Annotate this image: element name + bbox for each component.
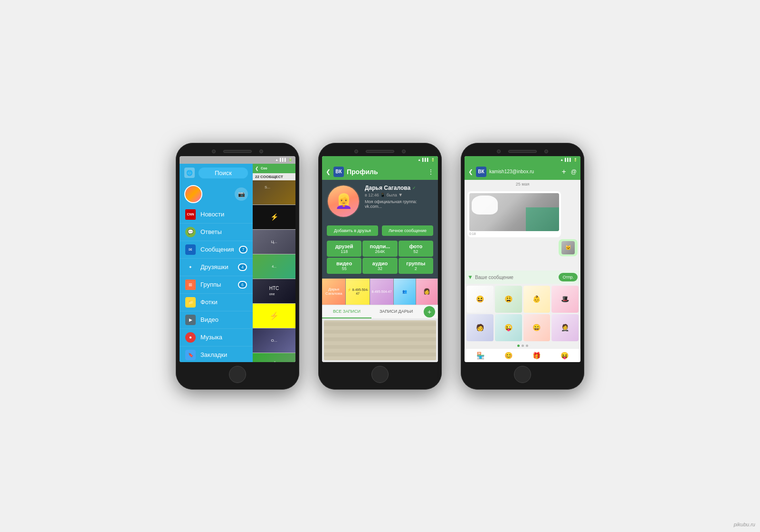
phone-1-screen: ▲ ▌▌▌ 🔋 🌐 Поиск 📷 <box>180 156 295 362</box>
add-friend-button[interactable]: Добавить в друзья <box>327 225 378 236</box>
battery-icon-2: 🔋 <box>431 158 435 162</box>
profile-avatar[interactable]: 👱‍♀️ <box>327 185 360 218</box>
signal-icon: ▌▌▌ <box>280 158 287 161</box>
bookmarks-label: Закладки <box>200 351 247 358</box>
sticker-dot-1[interactable] <box>517 345 520 347</box>
menu-item-photos[interactable]: 📁 Фотки <box>180 294 253 311</box>
side-thumb-4[interactable]: 4... <box>253 254 295 279</box>
wall-preview <box>322 318 438 362</box>
photo-4[interactable]: 👥 <box>394 279 416 305</box>
side-thumb-6[interactable]: ⚡ <box>253 304 295 328</box>
photo-5[interactable]: 👩 <box>416 279 438 305</box>
stat-subscribers[interactable]: подпи... 264K <box>362 241 397 257</box>
camera-dot-2 <box>259 149 263 153</box>
stat-subs-value: 264K <box>364 249 395 254</box>
menu-item-bookmarks[interactable]: 🔖 Закладки <box>180 346 253 362</box>
stat-groups-label: группы <box>400 261 431 266</box>
menu-item-groups[interactable]: ⊞ Группы 6 <box>180 276 253 294</box>
stat-video-label: видео <box>329 261 360 266</box>
tab-darya-posts[interactable]: ЗАПИСИ ДАРЬИ <box>371 305 421 318</box>
menu-item-news[interactable]: CNN Новости <box>180 206 253 224</box>
news-label: Новости <box>200 211 247 218</box>
status-bar-3: ▲ ▌▌▌ 🔋 <box>465 156 580 164</box>
message-app-header: ❮ ВК kamish123@inbox.ru + @ <box>465 164 580 180</box>
friends-icon: ✦ <box>185 262 196 272</box>
photo-2[interactable]: ⚡ 8-495-504-47 <box>346 279 370 305</box>
tab-all-posts[interactable]: ВСЕ ЗАПИСИ <box>322 305 371 318</box>
sticker-tool-troll[interactable]: 😝 <box>560 352 569 359</box>
menu-panel: 🌐 Поиск 📷 CNN Новости 💬 <box>180 164 253 362</box>
message-image[interactable] <box>469 193 559 231</box>
menu-item-messages[interactable]: ✉ Сообщения 7 <box>180 241 253 259</box>
home-button-3[interactable] <box>514 366 531 383</box>
stat-audio[interactable]: аудио 32 <box>362 258 397 274</box>
phone-2: ▲ ▌▌▌ 🔋 ❮ ВК Профиль ⋮ 👱‍♀️ Дарья Сагало… <box>318 143 442 390</box>
answers-label: Ответы <box>200 228 247 235</box>
more-icon[interactable]: ⋮ <box>428 168 434 176</box>
stat-groups[interactable]: группы 2 <box>399 258 433 274</box>
camera-dot-5 <box>497 149 501 153</box>
message-time: 0:18 <box>469 232 559 235</box>
speaker-bar-3 <box>508 150 537 153</box>
camera-button[interactable]: 📷 <box>235 187 248 201</box>
brick-wall <box>324 320 436 360</box>
stat-photos[interactable]: фото 52 <box>399 241 433 257</box>
stat-photos-label: фото <box>400 243 431 249</box>
friends-badge: 4 <box>238 263 247 271</box>
photo-3[interactable]: 8-495-504-47 <box>370 279 394 305</box>
side-thumb-3[interactable]: Ц... <box>253 230 295 254</box>
side-thumb-1[interactable]: S... <box>253 180 295 205</box>
sticker-4[interactable]: 🎩 <box>551 286 579 313</box>
menu-item-music[interactable]: ● Музыка <box>180 329 253 346</box>
expand-icon[interactable]: ▼ <box>398 192 403 197</box>
side-thumb-7[interactable]: О... <box>253 328 295 353</box>
user-avatar[interactable] <box>184 185 202 203</box>
back-icon[interactable]: ❮ <box>326 168 331 175</box>
sticker-dot-2[interactable] <box>522 345 524 347</box>
sticker-6[interactable]: 😜 <box>495 314 522 341</box>
sticker-8[interactable]: 🤵 <box>551 314 579 341</box>
sticker-7[interactable]: 😄 <box>523 314 551 341</box>
side-thumb-5[interactable]: HTCone <box>253 279 295 304</box>
stat-video[interactable]: видео 55 <box>327 258 361 274</box>
stat-subs-label: подпи... <box>364 243 395 249</box>
camera-dot-4 <box>402 149 406 153</box>
profile-info: 👱‍♀️ Дарья Сагалова ✓ в 12:46 📱 была ▼ М… <box>322 180 438 223</box>
profile-app-header: ❮ ВК Профиль ⋮ <box>322 164 438 180</box>
home-button[interactable] <box>229 366 246 383</box>
stat-video-value: 55 <box>329 266 360 271</box>
search-bar[interactable]: Поиск <box>199 168 248 178</box>
menu-item-friends[interactable]: ✦ Друзяшки 4 <box>180 259 253 276</box>
photo-1[interactable]: Дарья Сагалова <box>322 279 346 305</box>
side-panel-header: ❮ Соо <box>253 164 295 173</box>
sticker-tool-gift[interactable]: 🎁 <box>532 352 541 359</box>
phone-1: ▲ ▌▌▌ 🔋 🌐 Поиск 📷 <box>176 143 299 390</box>
back-arrow[interactable]: ❮ <box>255 166 259 171</box>
profile-name: Дарья Сагалова <box>365 185 410 191</box>
side-thumb-8[interactable]: ОНЛАЙНКИНОТЕАТР <box>253 353 295 362</box>
message-input[interactable] <box>475 275 557 280</box>
side-thumb-2[interactable]: ⚡ <box>253 205 295 230</box>
sticker-tool-emoji[interactable]: 😊 <box>504 352 513 359</box>
send-button[interactable]: Отпр. <box>559 273 578 281</box>
back-icon-2[interactable]: ❮ <box>468 168 473 175</box>
sticker-2[interactable]: 😩 <box>495 286 522 313</box>
stat-friends[interactable]: друзей 118 <box>327 241 361 257</box>
sticker-dot-3[interactable] <box>526 345 528 347</box>
sticker-5[interactable]: 🧑 <box>466 314 494 341</box>
home-button-2[interactable] <box>371 366 389 383</box>
phone-2-bottom <box>322 366 438 383</box>
add-icon[interactable]: + <box>561 168 566 176</box>
expand-button[interactable]: ▼ <box>467 274 473 280</box>
menu-item-answers[interactable]: 💬 Ответы <box>180 224 253 241</box>
at-icon[interactable]: @ <box>571 168 577 175</box>
message-button[interactable]: Личное сообщение <box>382 225 433 236</box>
received-message-1: 0:18 <box>467 191 561 237</box>
sticker-1[interactable]: 😆 <box>466 286 494 313</box>
sticker-tool-shop[interactable]: 🏪 <box>476 352 484 359</box>
menu-item-video[interactable]: ▶ Видео <box>180 311 253 329</box>
posts-tabs: ВСЕ ЗАПИСИ ЗАПИСИ ДАРЬИ + <box>322 305 438 318</box>
sticker-3[interactable]: 👶 <box>523 286 551 313</box>
add-post-button[interactable]: + <box>424 306 435 317</box>
side-panel-count: 22 СООБЩЕСТ <box>253 173 295 180</box>
